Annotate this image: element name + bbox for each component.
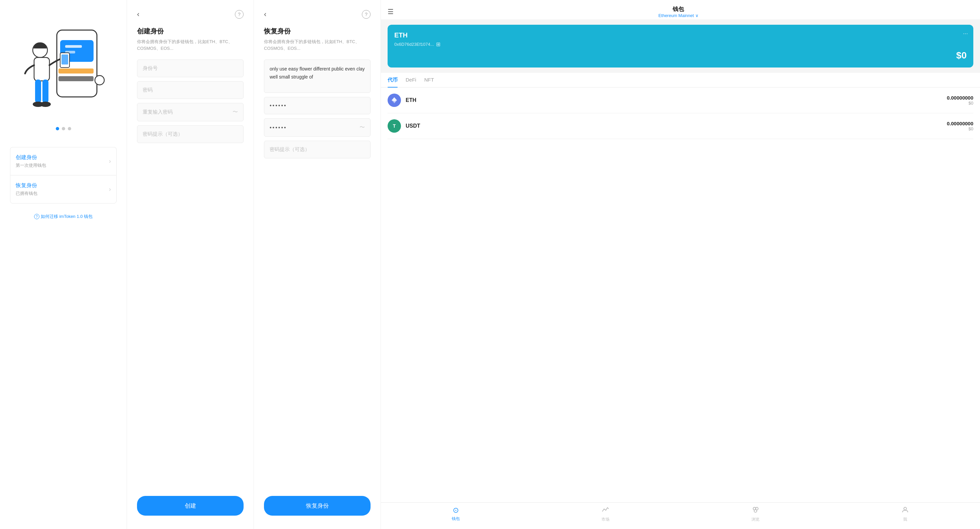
usdt-symbol: T	[393, 123, 396, 129]
svg-rect-9	[35, 80, 41, 103]
wallet-nav-icon: ⊙	[453, 506, 459, 515]
nav-market-label: 市场	[601, 517, 609, 522]
welcome-panel: 创建身份 第一次使用钱包 › 恢复身份 已拥有钱包 › ? 如何迁移 imTok…	[0, 0, 127, 529]
mnemonic-text: only use easy flower different public ev…	[270, 66, 365, 80]
welcome-illustration	[17, 13, 110, 120]
restore-header: ‹ ?	[264, 10, 371, 19]
bottom-navigation: ⊙ 钱包 市场 浏览 我	[381, 502, 980, 529]
create-identity-panel: ‹ ? 创建身份 你将会拥有身份下的多链钱包，比如ETH、BTC、COSMOS、…	[127, 0, 254, 529]
wallet-header: ☰ 钱包 Ethereum Mainnet ∨	[381, 0, 980, 19]
svg-rect-10	[43, 80, 48, 103]
restore-identity-menu-item[interactable]: 恢复身份 已拥有钱包 ›	[10, 175, 117, 204]
back-button[interactable]: ‹	[137, 10, 147, 19]
restore-password-dots: ••••••	[270, 103, 287, 108]
nav-browser[interactable]: 浏览	[681, 506, 830, 522]
menu-button[interactable]: ☰	[388, 8, 394, 16]
create-button[interactable]: 创建	[137, 496, 243, 516]
mnemonic-input[interactable]: only use easy flower different public ev…	[264, 59, 371, 93]
more-options-button[interactable]: ···	[963, 30, 968, 37]
tab-nft[interactable]: NFT	[424, 73, 434, 87]
restore-identity-title: 恢复身份	[16, 182, 37, 189]
nav-profile-label: 我	[903, 517, 907, 522]
restore-password-field[interactable]: ••••••	[264, 97, 371, 114]
dot-1	[56, 127, 59, 130]
eth-usd: $0	[947, 100, 973, 105]
usdt-balance: 0.00000000	[947, 121, 973, 126]
svg-rect-2	[65, 45, 82, 48]
token-item-usdt[interactable]: T USDT 0.00000000 $0	[388, 113, 973, 139]
svg-rect-8	[34, 57, 49, 81]
confirm-password-placeholder: 重复输入密码	[143, 109, 173, 115]
restore-identity-panel: ‹ ? 恢复身份 你将会拥有身份下的多链钱包，比如ETH、BTC、COSMOS、…	[254, 0, 381, 529]
restore-help-button[interactable]: ?	[362, 10, 371, 19]
eth-icon	[388, 94, 401, 107]
wallet-title: 钱包	[673, 5, 684, 13]
token-list: ETH 0.00000000 $0 T USDT 0.00000000 $0	[381, 88, 980, 295]
chevron-down-icon: ∨	[695, 13, 698, 18]
svg-point-21	[904, 507, 907, 510]
nav-wallet[interactable]: ⊙ 钱包	[381, 506, 531, 522]
nav-market[interactable]: 市场	[531, 506, 680, 522]
create-header: ‹ ?	[137, 10, 243, 19]
restore-back-button[interactable]: ‹	[264, 10, 274, 19]
tab-tokens[interactable]: 代币	[388, 73, 398, 87]
restore-confirm-password-field[interactable]: •••••• 〜	[264, 118, 371, 137]
usdt-usd: $0	[947, 126, 973, 131]
wallet-balance: $0	[394, 50, 967, 61]
tab-defi[interactable]: DeFi	[406, 73, 416, 87]
eye-icon: 〜	[232, 108, 238, 116]
password-placeholder: 密码	[143, 87, 153, 93]
svg-rect-5	[59, 76, 94, 81]
password-field[interactable]: 密码	[137, 81, 243, 99]
usdt-name: USDT	[406, 123, 947, 129]
token-item-eth[interactable]: ETH 0.00000000 $0	[388, 88, 973, 113]
wallet-tabs: 代币 DeFi NFT	[381, 73, 980, 88]
restore-button[interactable]: 恢复身份	[264, 496, 371, 516]
wallet-address: 0x6D76d23Ef1074...	[394, 42, 434, 47]
create-subtitle: 你将会拥有身份下的多链钱包，比如ETH、BTC、COSMOS、EOS...	[137, 38, 243, 51]
browser-nav-icon	[752, 506, 759, 515]
usdt-icon: T	[388, 119, 401, 133]
question-circle-icon: ?	[34, 214, 40, 219]
svg-point-6	[95, 75, 104, 85]
create-identity-title: 创建身份	[16, 154, 46, 161]
eth-balance: 0.00000000	[947, 95, 973, 100]
svg-point-14	[40, 102, 51, 107]
nav-profile[interactable]: 我	[830, 506, 980, 522]
dot-2	[62, 127, 65, 130]
nav-browser-label: 浏览	[751, 517, 759, 522]
identity-number-field[interactable]: 身份号	[137, 59, 243, 77]
create-title: 创建身份	[137, 27, 243, 36]
restore-subtitle: 你将会拥有身份下的多链钱包，比如ETH、BTC、COSMOS、EOS...	[264, 38, 371, 51]
nav-wallet-label: 钱包	[452, 516, 460, 522]
chevron-right-icon-2: ›	[109, 186, 111, 193]
svg-point-20	[754, 510, 757, 512]
create-identity-menu-item[interactable]: 创建身份 第一次使用钱包 ›	[10, 147, 117, 175]
wallet-panel: ☰ 钱包 Ethereum Mainnet ∨ ETH 0x6D76d23Ef1…	[381, 0, 980, 529]
market-nav-icon	[602, 506, 609, 515]
confirm-password-field[interactable]: 重复输入密码 〜	[137, 103, 243, 121]
eye-icon-2: 〜	[360, 124, 365, 131]
restore-identity-subtitle: 已拥有钱包	[16, 191, 37, 196]
restore-title: 恢复身份	[264, 27, 371, 36]
help-button[interactable]: ?	[235, 10, 243, 19]
network-name: Ethereum Mainnet	[658, 13, 694, 18]
svg-rect-4	[59, 69, 94, 73]
profile-nav-icon	[902, 506, 909, 515]
migrate-link[interactable]: ? 如何迁移 imToken 1.0 钱包	[34, 214, 92, 220]
dot-3	[68, 127, 71, 130]
eth-name: ETH	[406, 97, 947, 103]
svg-rect-12	[62, 54, 68, 64]
carousel-dots	[56, 127, 71, 130]
create-identity-subtitle: 第一次使用钱包	[16, 163, 46, 169]
network-selector[interactable]: Ethereum Mainnet ∨	[658, 13, 698, 18]
wallet-card: ETH 0x6D76d23Ef1074... ⊞ ··· $0	[388, 25, 973, 67]
chevron-right-icon: ›	[109, 158, 111, 165]
password-hint-field[interactable]: 密码提示（可选）	[137, 125, 243, 143]
restore-hint-field[interactable]: 密码提示（可选）	[264, 141, 371, 158]
qr-code-icon[interactable]: ⊞	[436, 41, 441, 48]
migrate-link-text: 如何迁移 imToken 1.0 钱包	[41, 214, 92, 220]
restore-hint-placeholder: 密码提示（可选）	[270, 147, 310, 153]
restore-confirm-dots: ••••••	[270, 125, 287, 131]
password-hint-placeholder: 密码提示（可选）	[143, 131, 183, 137]
